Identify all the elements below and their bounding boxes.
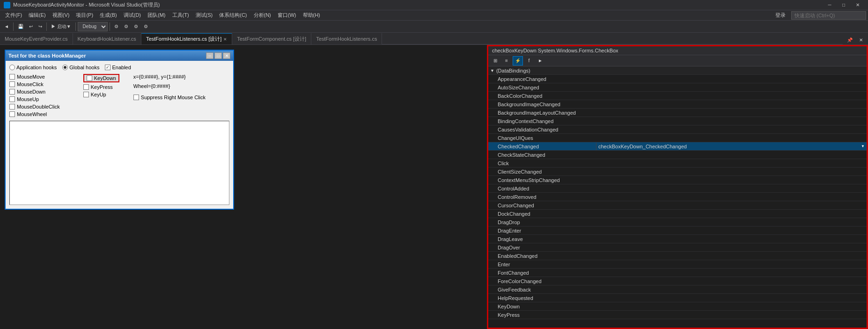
- winform-close-btn[interactable]: ✕: [223, 52, 230, 59]
- menu-edit[interactable]: 编辑(E): [25, 11, 49, 20]
- check-enabled[interactable]: Enabled: [105, 65, 131, 70]
- prop-row-contextmenustripchanged[interactable]: ContextMenuStripChanged: [488, 176, 867, 184]
- check-mouse-move[interactable]: MouseMove: [9, 74, 60, 80]
- toolbar-save-btn[interactable]: 💾: [15, 22, 26, 31]
- prop-row-controladded[interactable]: ControlAdded: [488, 184, 867, 193]
- menu-test[interactable]: 测试(S): [192, 11, 216, 20]
- menu-debug[interactable]: 调试(D): [120, 11, 144, 20]
- check-suppress[interactable]: Suppress Right Mouse Click: [133, 95, 206, 100]
- toolbar-back-btn[interactable]: ◄: [2, 22, 11, 31]
- prop-row-checkstatechanged[interactable]: CheckStateChanged: [488, 151, 867, 159]
- checkbox-key-press-label: KeyPress: [91, 84, 113, 90]
- tab-testformhooklisteners-cs[interactable]: TestFormHookListeners.cs: [311, 33, 382, 44]
- wheel-coords-label: Wheel={0:####}: [133, 83, 206, 89]
- prop-row-backgroundimagelayoutchanged[interactable]: BackgroundImageLayoutChanged: [488, 109, 867, 117]
- prop-tool-nav-btn[interactable]: ►: [535, 56, 545, 66]
- tab-testformcomponent-design[interactable]: TestFormComponent.cs [设计]: [232, 33, 311, 44]
- check-key-up[interactable]: KeyUp: [83, 92, 119, 97]
- prop-tool-grid-btn[interactable]: ⊞: [490, 56, 500, 66]
- prop-row-autosizechanged[interactable]: AutoSizeChanged: [488, 83, 867, 92]
- prop-row-dockchanged[interactable]: DockChanged: [488, 210, 867, 218]
- maximize-button[interactable]: □: [837, 1, 850, 9]
- prop-row-changeuiques[interactable]: ChangeUIQues: [488, 134, 867, 142]
- prop-tool-props-btn[interactable]: f: [524, 56, 534, 66]
- prop-value-dropdown-arrow[interactable]: ▼: [859, 143, 867, 150]
- toolbar-redo-btn[interactable]: ↪: [36, 22, 44, 31]
- panel-pin-btn[interactable]: 📌: [845, 35, 855, 44]
- panel-close-btn[interactable]: ✕: [856, 35, 866, 44]
- close-button[interactable]: ✕: [851, 1, 864, 9]
- prop-row-enter[interactable]: Enter: [488, 260, 867, 269]
- prop-row-givefeedback[interactable]: GiveFeedback: [488, 285, 867, 294]
- login-label[interactable]: 登录: [775, 12, 786, 19]
- prop-row-backgroundimagechanged[interactable]: BackgroundImageChanged: [488, 100, 867, 109]
- prop-row-clientsizechanged[interactable]: ClientSizeChanged: [488, 168, 867, 176]
- tab-close-icon[interactable]: ✕: [223, 37, 227, 42]
- prop-tool-list-btn[interactable]: ≡: [501, 56, 512, 66]
- prop-name-click: Click: [488, 161, 596, 166]
- title-bar-controls: ─ □ ✕: [823, 1, 864, 9]
- toolbar-start-btn[interactable]: ▶ 启动▼: [49, 22, 74, 31]
- menu-help[interactable]: 帮助(H): [300, 11, 324, 20]
- check-key-down-highlighted[interactable]: KeyDown: [83, 74, 119, 82]
- check-mouse-wheel[interactable]: MouseWheel: [9, 111, 60, 117]
- toolbar-extra-1[interactable]: ⚙: [112, 22, 121, 31]
- winform-minimize-btn[interactable]: ─: [206, 52, 213, 59]
- check-mouse-down[interactable]: MouseDown: [9, 89, 60, 95]
- prop-name-enter: Enter: [488, 262, 596, 267]
- winform-output-area[interactable]: [9, 121, 229, 205]
- quick-search-input[interactable]: [791, 11, 866, 20]
- prop-row-forecolorchanged[interactable]: ForeColorChanged: [488, 277, 867, 285]
- toolbar-extra-2[interactable]: ⚙: [122, 22, 131, 31]
- prop-row-keypress[interactable]: KeyPress: [488, 311, 867, 319]
- prop-row-enabledchanged[interactable]: EnabledChanged: [488, 252, 867, 260]
- prop-row-dragdrop[interactable]: DragDrop: [488, 218, 867, 227]
- menu-file[interactable]: 文件(F): [2, 11, 25, 20]
- prop-row-checkedchanged[interactable]: CheckedChanged checkBoxKeyDown_CheckedCh…: [488, 142, 867, 151]
- prop-row-controlremoved[interactable]: ControlRemoved: [488, 193, 867, 201]
- prop-row-dragenter[interactable]: DragEnter: [488, 227, 867, 235]
- toolbar-sep-3: [75, 22, 76, 31]
- prop-row-helprequested[interactable]: HelpRequested: [488, 294, 867, 302]
- toolbar-sep-4: [110, 22, 110, 31]
- prop-row-appearancechanged[interactable]: AppearanceChanged: [488, 75, 867, 83]
- prop-row-cursorchanged[interactable]: CursorChanged: [488, 201, 867, 210]
- check-mouse-up[interactable]: MouseUp: [9, 96, 60, 102]
- app-icon: [4, 2, 10, 8]
- tab-testformhooklisteners-design[interactable]: TestFormHookListeners.cs [设计] ✕: [141, 33, 232, 44]
- toolbar-extra-4[interactable]: ⚙: [141, 22, 150, 31]
- menu-window[interactable]: 窗口(W): [274, 11, 300, 20]
- tab-keyboardhooklistener[interactable]: KeyboardHookListener.cs: [73, 33, 141, 44]
- prop-row-dragover[interactable]: DragOver: [488, 243, 867, 252]
- toolbar-extra-3[interactable]: ⚙: [132, 22, 140, 31]
- prop-row-bindingcontextchanged[interactable]: BindingContextChanged: [488, 117, 867, 125]
- prop-row-backcolorchanged[interactable]: BackColorChanged: [488, 92, 867, 100]
- tab-mousekeyeventprovider[interactable]: MouseKeyEventProvider.cs: [0, 33, 73, 44]
- menu-view[interactable]: 视图(V): [49, 11, 73, 20]
- menu-build[interactable]: 生成(B): [96, 11, 120, 20]
- menu-analyze[interactable]: 分析(N): [250, 11, 274, 20]
- prop-row-dragleave[interactable]: DragLeave: [488, 235, 867, 243]
- menu-architecture[interactable]: 体系结构(C): [216, 11, 250, 20]
- menu-team[interactable]: 团队(M): [144, 11, 169, 20]
- check-key-press[interactable]: KeyPress: [83, 84, 119, 90]
- prop-row-fontchanged[interactable]: FontChanged: [488, 269, 867, 277]
- radio-app-hooks[interactable]: Application hooks: [9, 65, 57, 70]
- prop-name-backcolorchanged: BackColorChanged: [488, 93, 596, 99]
- prop-row-click[interactable]: Click: [488, 159, 867, 168]
- toolbar-undo-btn[interactable]: ↩: [27, 22, 35, 31]
- winform-maximize-btn[interactable]: □: [214, 52, 222, 59]
- prop-group-databindings[interactable]: ▼ (DataBindings): [488, 66, 867, 75]
- check-mouse-dblclick[interactable]: MouseDoubleClick: [9, 104, 60, 110]
- prop-tool-events-btn[interactable]: ⚡: [513, 56, 523, 66]
- menu-tools[interactable]: 工具(T): [169, 11, 192, 20]
- debug-mode-select[interactable]: Debug: [78, 22, 108, 31]
- prop-row-causesvalidationchanged[interactable]: CausesValidationChanged: [488, 125, 867, 134]
- menu-project[interactable]: 项目(P): [73, 11, 96, 20]
- minimize-button[interactable]: ─: [823, 1, 836, 9]
- properties-list: ▼ (DataBindings) AppearanceChanged AutoS…: [488, 66, 867, 328]
- prop-row-keydown[interactable]: KeyDown: [488, 302, 867, 311]
- radio-global-hooks[interactable]: Global hooks: [62, 65, 99, 70]
- checkbox-mouse-dblclick-label: MouseDoubleClick: [17, 104, 60, 110]
- check-mouse-click[interactable]: MouseClick: [9, 81, 60, 87]
